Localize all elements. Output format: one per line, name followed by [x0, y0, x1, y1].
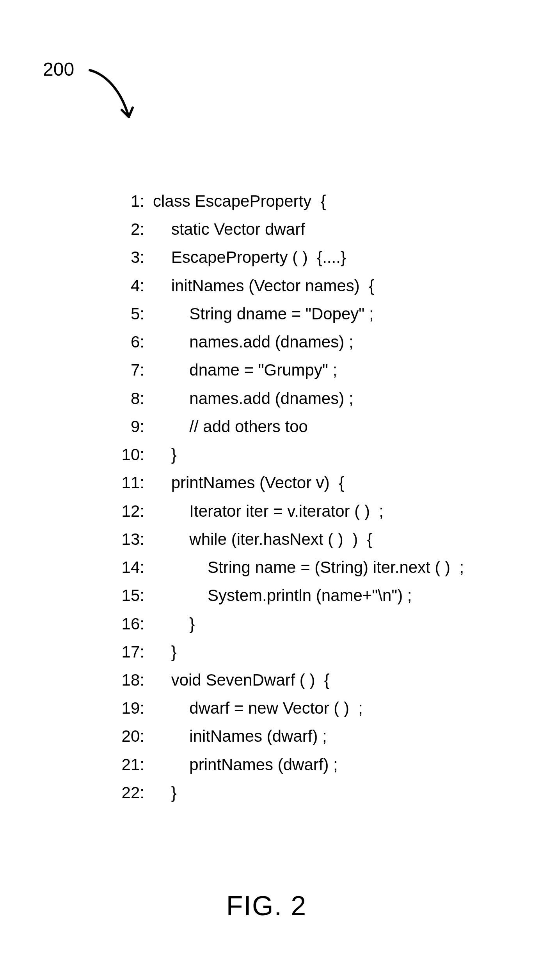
code-line: 17: } [109, 638, 464, 666]
line-number: 9: [109, 413, 153, 441]
code-listing: 1:class EscapeProperty {2: static Vector… [109, 187, 464, 807]
line-number: 7: [109, 356, 153, 384]
code-line: 15: System.println (name+"\n") ; [109, 581, 464, 610]
code-line: 6: names.add (dnames) ; [109, 328, 464, 356]
line-number: 1: [109, 187, 153, 215]
line-number: 6: [109, 328, 153, 356]
line-number: 14: [109, 553, 153, 581]
code-text: String dname = "Dopey" ; [153, 300, 374, 328]
line-number: 5: [109, 300, 153, 328]
code-text: initNames (dwarf) ; [153, 722, 327, 750]
code-line: 7: dname = "Grumpy" ; [109, 356, 464, 384]
code-text: initNames (Vector names) { [153, 272, 374, 300]
code-text: } [153, 441, 177, 469]
line-number: 2: [109, 215, 153, 243]
line-number: 4: [109, 272, 153, 300]
code-text: while (iter.hasNext ( ) ) { [153, 525, 373, 553]
code-line: 5: String dname = "Dopey" ; [109, 300, 464, 328]
code-text: System.println (name+"\n") ; [153, 581, 412, 610]
line-number: 21: [109, 751, 153, 779]
line-number: 20: [109, 722, 153, 750]
code-text: // add others too [153, 413, 308, 441]
line-number: 15: [109, 581, 153, 610]
code-text: class EscapeProperty { [153, 187, 326, 215]
code-line: 10: } [109, 441, 464, 469]
code-text: String name = (String) iter.next ( ) ; [153, 553, 464, 581]
code-line: 8: names.add (dnames) ; [109, 385, 464, 413]
code-text: } [153, 779, 177, 807]
code-line: 13: while (iter.hasNext ( ) ) { [109, 525, 464, 553]
code-line: 22: } [109, 779, 464, 807]
code-line: 16: } [109, 610, 464, 638]
code-line: 1:class EscapeProperty { [109, 187, 464, 215]
code-line: 11: printNames (Vector v) { [109, 469, 464, 497]
reference-numeral: 200 [43, 58, 74, 80]
code-text: dwarf = new Vector ( ) ; [153, 694, 363, 722]
code-text: names.add (dnames) ; [153, 328, 354, 356]
line-number: 17: [109, 638, 153, 666]
line-number: 19: [109, 694, 153, 722]
line-number: 12: [109, 497, 153, 525]
code-text: names.add (dnames) ; [153, 385, 354, 413]
code-text: } [153, 610, 195, 638]
code-text: printNames (Vector v) { [153, 469, 344, 497]
code-line: 19: dwarf = new Vector ( ) ; [109, 694, 464, 722]
code-line: 18: void SevenDwarf ( ) { [109, 666, 464, 694]
code-line: 14: String name = (String) iter.next ( )… [109, 553, 464, 581]
line-number: 3: [109, 243, 153, 271]
line-number: 16: [109, 610, 153, 638]
code-line: 9: // add others too [109, 413, 464, 441]
line-number: 18: [109, 666, 153, 694]
code-line: 3: EscapeProperty ( ) {....} [109, 243, 464, 271]
code-line: 2: static Vector dwarf [109, 215, 464, 243]
code-line: 4: initNames (Vector names) { [109, 272, 464, 300]
line-number: 11: [109, 469, 153, 497]
figure-caption: FIG. 2 [0, 890, 533, 922]
line-number: 22: [109, 779, 153, 807]
code-line: 12: Iterator iter = v.iterator ( ) ; [109, 497, 464, 525]
code-text: } [153, 638, 177, 666]
code-text: EscapeProperty ( ) {....} [153, 243, 346, 271]
code-text: static Vector dwarf [153, 215, 305, 243]
line-number: 13: [109, 525, 153, 553]
line-number: 8: [109, 385, 153, 413]
code-text: dname = "Grumpy" ; [153, 356, 337, 384]
code-line: 21: printNames (dwarf) ; [109, 751, 464, 779]
lead-arrow-icon [86, 66, 140, 129]
code-text: Iterator iter = v.iterator ( ) ; [153, 497, 384, 525]
code-text: printNames (dwarf) ; [153, 751, 338, 779]
line-number: 10: [109, 441, 153, 469]
code-line: 20: initNames (dwarf) ; [109, 722, 464, 750]
page: 200 1:class EscapeProperty {2: static Ve… [0, 0, 533, 980]
code-text: void SevenDwarf ( ) { [153, 666, 330, 694]
